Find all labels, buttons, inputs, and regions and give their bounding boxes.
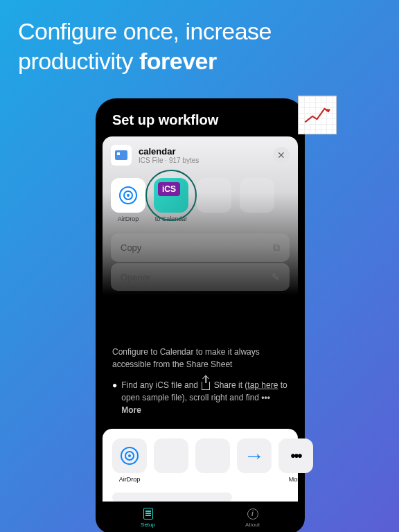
bullet-icon: ● xyxy=(112,379,117,391)
airdrop-icon xyxy=(119,186,137,204)
page-title: Set up workflow xyxy=(103,105,298,136)
instruction-step-1: ● Find any iCS file and Share it (tap he… xyxy=(112,379,288,416)
file-header: calendar ICS File · 917 bytes ✕ xyxy=(111,145,290,166)
file-name: calendar xyxy=(139,146,266,157)
tab-bar: Setup About xyxy=(96,502,305,532)
share-target-placeholder[interactable] xyxy=(240,178,274,222)
bottom-placeholder[interactable] xyxy=(195,438,230,473)
bottom-placeholder[interactable] xyxy=(154,438,188,473)
chart-sticker-icon xyxy=(298,96,337,134)
tap-here-link[interactable]: tap here xyxy=(247,380,278,390)
bottom-share-sheet: AirDrop → ••• More xyxy=(103,429,298,506)
share-icon xyxy=(202,382,210,390)
tab-setup[interactable]: Setup xyxy=(141,508,155,528)
more-dots-icon: ••• xyxy=(290,448,301,464)
marketing-headline: Configure once, increase productivity fo… xyxy=(0,0,399,76)
action-copy[interactable]: Copy ⧉ xyxy=(111,233,290,262)
share-target-to-calendar[interactable]: iCS to Calendar xyxy=(154,178,188,222)
instructions: Configure to Calendar to make it always … xyxy=(103,335,298,423)
action-opener[interactable]: Opener ✎ xyxy=(111,263,290,291)
phone-mockup: Set up workflow calendar ICS File · 917 … xyxy=(96,98,305,532)
pencil-icon: ✎ xyxy=(272,272,280,283)
to-calendar-app-icon: iCS xyxy=(154,178,188,213)
airdrop-icon xyxy=(121,447,139,465)
instruction-configure: Configure to Calendar to make it always … xyxy=(112,346,288,371)
share-sheet: calendar ICS File · 917 bytes ✕ AirDrop … xyxy=(103,136,298,335)
bottom-airdrop[interactable]: AirDrop xyxy=(112,438,147,483)
share-target-placeholder[interactable] xyxy=(197,178,231,222)
copy-icon: ⧉ xyxy=(273,242,280,254)
arrow-right-icon: → xyxy=(244,444,265,468)
share-targets-row: AirDrop iCS to Calendar xyxy=(111,178,290,222)
tab-about[interactable]: About xyxy=(245,508,260,528)
file-meta: ICS File · 917 bytes xyxy=(139,157,266,164)
setup-icon xyxy=(143,508,153,520)
share-target-airdrop[interactable]: AirDrop xyxy=(111,178,145,222)
bottom-arrow[interactable]: → xyxy=(237,438,272,473)
list-row-placeholder xyxy=(112,493,232,502)
info-icon xyxy=(247,508,258,520)
bottom-more[interactable]: ••• More xyxy=(278,438,313,483)
close-button[interactable]: ✕ xyxy=(273,147,290,163)
ics-file-icon xyxy=(111,145,132,166)
